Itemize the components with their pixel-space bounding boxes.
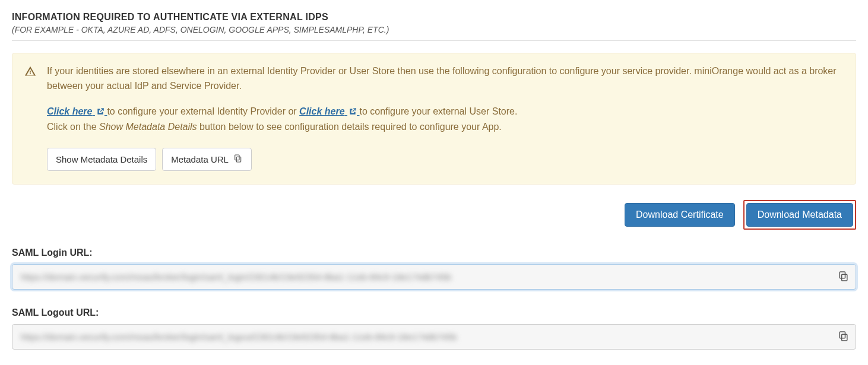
saml-login-url-value: https://domain.xecurify.com/moas/broker/… — [21, 272, 828, 282]
divider — [12, 40, 856, 41]
alert-text-segment: Click on the — [47, 122, 99, 132]
alert-text-segment: button below to see configuration detail… — [197, 122, 502, 132]
saml-logout-field-block: SAML Logout URL: https://domain.xecurify… — [12, 307, 856, 350]
download-certificate-button[interactable]: Download Certificate — [625, 203, 735, 227]
svg-rect-4 — [842, 334, 847, 341]
page-subtitle: (FOR EXAMPLE - OKTA, AZURE AD, ADFS, ONE… — [12, 25, 856, 34]
svg-rect-1 — [235, 155, 239, 160]
download-metadata-highlight: Download Metadata — [743, 200, 856, 230]
saml-login-field-block: SAML Login URL: https://domain.xecurify.… — [12, 247, 856, 290]
external-link-icon — [349, 106, 357, 120]
configure-user-store-link[interactable]: Click here — [299, 106, 359, 116]
alert-text-segment: to configure your external Identity Prov… — [107, 106, 299, 116]
metadata-hint-em: Show Metadata Details — [99, 122, 197, 132]
external-link-icon — [96, 106, 104, 120]
copy-icon — [233, 154, 243, 165]
saml-logout-url-field[interactable]: https://domain.xecurify.com/moas/broker/… — [12, 324, 856, 350]
link-text: Click here — [47, 106, 92, 116]
download-metadata-button[interactable]: Download Metadata — [746, 203, 853, 227]
warning-icon — [24, 64, 36, 171]
download-actions: Download Certificate Download Metadata — [12, 200, 856, 230]
copy-icon[interactable] — [838, 330, 850, 344]
alert-body: If your identities are stored elsewhere … — [47, 64, 844, 171]
saml-logout-label: SAML Logout URL: — [12, 307, 856, 318]
saml-login-url-field[interactable]: https://domain.xecurify.com/moas/broker/… — [12, 264, 856, 290]
configure-idp-link[interactable]: Click here — [47, 106, 107, 116]
saml-login-label: SAML Login URL: — [12, 247, 856, 258]
button-label: Metadata URL — [171, 154, 229, 164]
svg-rect-5 — [840, 332, 845, 338]
show-metadata-button[interactable]: Show Metadata Details — [47, 148, 156, 171]
saml-logout-url-value: https://domain.xecurify.com/moas/broker/… — [21, 332, 828, 342]
link-text: Click here — [299, 106, 344, 116]
svg-rect-0 — [236, 157, 240, 163]
copy-icon[interactable] — [838, 270, 850, 284]
alert-intro-text: If your identities are stored elsewhere … — [47, 64, 844, 94]
svg-rect-3 — [840, 272, 845, 278]
info-alert: If your identities are stored elsewhere … — [12, 53, 856, 185]
svg-rect-2 — [842, 274, 847, 281]
page-title: INFORMATION REQUIRED TO AUTHENTICATE VIA… — [12, 12, 856, 23]
alert-text-segment: to configure your external User Store. — [360, 106, 518, 116]
metadata-url-button[interactable]: Metadata URL — [162, 148, 252, 171]
